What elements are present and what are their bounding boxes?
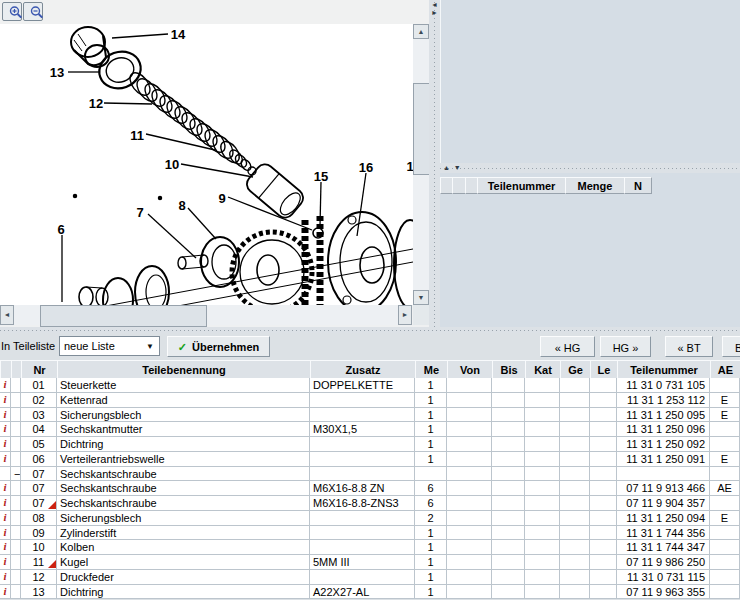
table-row[interactable]: i02Kettenrad111 31 1 253 112E — [0, 393, 740, 408]
cell-zusatz — [310, 526, 415, 541]
collapse-icon[interactable]: − — [11, 467, 21, 482]
cell-me: 1 — [415, 555, 447, 570]
bt-next-button[interactable]: BT — [722, 336, 740, 357]
table-row[interactable]: i10Kolben111 31 1 744 347 — [0, 540, 740, 555]
table-row[interactable]: i09Zylinderstift111 31 1 744 356 — [0, 526, 740, 541]
info-icon[interactable]: i — [0, 585, 11, 600]
info-icon[interactable]: i — [0, 496, 11, 511]
selection-header-teilenummer[interactable]: Teilenummer — [477, 177, 566, 194]
selection-header-menge[interactable]: Menge — [565, 177, 625, 194]
parts-catalog-window: 14 13 12 11 10 9 8 7 6 15 16 1 ▲ ▼ — [0, 0, 740, 600]
splitter-updown-icon[interactable]: ▲ ▼ — [443, 164, 462, 171]
callout-8[interactable]: 8 — [178, 198, 185, 213]
diagram-pane: 14 13 12 11 10 9 8 7 6 15 16 1 ▲ ▼ — [0, 0, 429, 327]
table-row[interactable]: i04SechskantmutterM30X1,5111 31 1 250 09… — [0, 422, 740, 437]
bt-prev-button[interactable]: « BT — [665, 336, 713, 357]
cell-teilenummer: 11 31 0 731 105 — [617, 378, 710, 393]
cell-bis — [492, 408, 525, 423]
expand-cell — [11, 408, 21, 423]
info-icon[interactable]: i — [0, 437, 11, 452]
table-row[interactable]: i06Verteilerantriebswelle111 31 1 250 09… — [0, 452, 740, 467]
header-bis[interactable]: Bis — [492, 360, 526, 379]
diagram-vertical-scrollbar[interactable]: ▲ ▼ — [413, 24, 429, 305]
header-le[interactable]: Le — [590, 360, 618, 379]
info-icon[interactable]: i — [0, 452, 11, 467]
info-icon[interactable]: i — [0, 526, 11, 541]
table-row[interactable]: i01SteuerketteDOPPELKETTE111 31 0 731 10… — [0, 378, 740, 393]
info-icon[interactable]: i — [0, 555, 11, 570]
cell-kat — [525, 393, 560, 408]
table-row[interactable]: −07Sechskantschraube — [0, 467, 740, 482]
callout-13[interactable]: 13 — [50, 65, 64, 80]
exploded-diagram-canvas[interactable]: 14 13 12 11 10 9 8 7 6 15 16 1 — [0, 24, 413, 305]
cell-ae — [710, 540, 740, 555]
diagram-horizontal-scrollbar[interactable]: ◄ ► — [0, 305, 412, 325]
scroll-down-button[interactable]: ▼ — [413, 290, 429, 305]
callout-partial[interactable]: 1 — [406, 159, 413, 174]
header-me[interactable]: Me — [415, 360, 448, 379]
table-row[interactable]: i05Dichtring111 31 1 250 092 — [0, 437, 740, 452]
header-nr[interactable]: Nr — [21, 360, 58, 379]
cell-teilebenennung: Kugel — [57, 555, 310, 570]
info-icon[interactable]: i — [0, 393, 11, 408]
callout-10[interactable]: 10 — [165, 157, 179, 172]
header-ge[interactable]: Ge — [560, 360, 591, 379]
info-icon[interactable]: i — [0, 378, 11, 393]
cell-kat — [525, 526, 560, 541]
table-row[interactable]: i07SechskantschraubeM6X16-8.8 ZN607 11 9… — [0, 481, 740, 496]
header-von[interactable]: Von — [447, 360, 493, 379]
table-row[interactable]: i13DichtringA22X27-AL107 11 9 963 355 — [0, 585, 740, 600]
callout-16[interactable]: 16 — [359, 160, 373, 175]
vertical-splitter[interactable]: ◄► — [429, 0, 440, 327]
expand-cell — [11, 540, 21, 555]
table-row[interactable]: i07SechskantschraubeM6X16-8.8-ZNS3607 11… — [0, 496, 740, 511]
callout-15[interactable]: 15 — [314, 169, 328, 184]
hg-next-button[interactable]: HG » — [600, 336, 651, 357]
info-icon[interactable]: i — [0, 540, 11, 555]
header-ae[interactable]: AE — [710, 360, 740, 379]
cell-le — [590, 393, 617, 408]
callout-6[interactable]: 6 — [57, 222, 64, 237]
cell-me — [415, 467, 447, 482]
callout-7[interactable]: 7 — [136, 205, 143, 220]
check-icon: ✓ — [178, 341, 187, 353]
info-icon[interactable]: i — [0, 511, 11, 526]
info-icon[interactable]: i — [0, 422, 11, 437]
callout-14[interactable]: 14 — [171, 27, 186, 42]
splitter-collapse-icon[interactable]: ◄► — [429, 1, 440, 17]
expand-cell — [11, 481, 21, 496]
zoom-in-button[interactable] — [2, 2, 22, 21]
header-kat[interactable]: Kat — [525, 360, 561, 379]
hg-prev-button[interactable]: « HG — [540, 336, 595, 357]
horizontal-scroll-thumb[interactable] — [40, 305, 207, 327]
right-horizontal-splitter[interactable]: ▲ ▼ — [440, 163, 740, 173]
table-row[interactable]: i12Druckfeder111 31 0 731 115 — [0, 570, 740, 585]
info-icon[interactable]: i — [0, 570, 11, 585]
scroll-up-button[interactable]: ▲ — [413, 24, 429, 39]
scroll-right-button[interactable]: ► — [398, 305, 412, 325]
expand-cell — [11, 496, 21, 511]
table-row[interactable]: i03Sicherungsblech111 31 1 250 095E — [0, 408, 740, 423]
cell-teilenummer: 11 31 1 250 094 — [617, 511, 710, 526]
cell-me: 1 — [415, 393, 447, 408]
cell-bis — [492, 393, 525, 408]
table-row[interactable]: i08Sicherungsblech211 31 1 250 094E — [0, 511, 740, 526]
header-teilebenennung[interactable]: Teilebenennung — [57, 360, 311, 379]
cell-teilenummer: 11 31 1 250 092 — [617, 437, 710, 452]
dropdown-arrow-icon[interactable]: ▼ — [146, 342, 154, 351]
info-icon[interactable]: i — [0, 408, 11, 423]
zoom-out-button[interactable] — [23, 2, 43, 21]
cell-ae: E — [710, 408, 740, 423]
cell-bis — [492, 378, 525, 393]
callout-12[interactable]: 12 — [89, 96, 103, 111]
list-select[interactable]: neue Liste ▼ — [59, 336, 160, 356]
scroll-left-button[interactable]: ◄ — [0, 305, 14, 325]
uebernehmen-button[interactable]: ✓Übernehmen — [167, 336, 270, 357]
table-row[interactable]: i11Kugel5MM III107 11 9 986 250 — [0, 555, 740, 570]
info-icon[interactable]: i — [0, 481, 11, 496]
header-teilenummer[interactable]: Teilenummer — [617, 360, 711, 379]
selection-header-n[interactable]: N — [624, 177, 652, 194]
callout-11[interactable]: 11 — [130, 128, 144, 143]
callout-9[interactable]: 9 — [218, 191, 225, 206]
header-zusatz[interactable]: Zusatz — [310, 360, 416, 379]
